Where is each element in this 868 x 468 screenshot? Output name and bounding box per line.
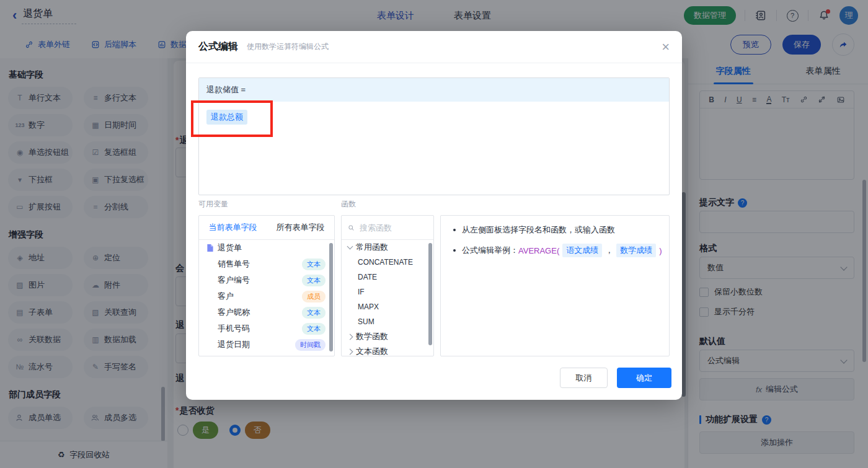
example-chip: 数学成绩 — [616, 244, 656, 257]
variables-label: 可用变量 — [198, 199, 228, 210]
function-item[interactable]: CONCATENATE — [342, 255, 433, 270]
variable-row[interactable]: 退货日期时间戳 — [199, 337, 334, 353]
modal-header: 公式编辑 使用数学运算符编辑公式 × — [186, 31, 682, 63]
form-tree-root[interactable]: 退货单 — [199, 240, 334, 256]
variable-name: 销售单号 — [218, 258, 250, 270]
formula-editor-box[interactable]: 退款储值 = 退款总额 — [198, 77, 670, 195]
group-label: 文本函数 — [356, 346, 388, 356]
modal-subtitle: 使用数学运算符编辑公式 — [247, 42, 329, 52]
tip-line-1: 从左侧面板选择字段名和函数，或输入函数 — [451, 224, 659, 236]
chevron-right-icon — [347, 333, 353, 340]
type-badge: 文本 — [302, 275, 326, 286]
variables-tabs: 当前表单字段 所有表单字段 — [199, 216, 334, 240]
formula-field-chip[interactable]: 退款总额 — [206, 110, 247, 125]
tab-all-form-fields[interactable]: 所有表单字段 — [267, 216, 334, 239]
chevron-right-icon — [347, 348, 353, 355]
tab-current-form-fields[interactable]: 当前表单字段 — [199, 216, 267, 239]
tips-panel: 从左侧面板选择字段名和函数，或输入函数 公式编辑举例：AVERAGE(语文成绩，… — [440, 215, 670, 356]
variable-row[interactable]: 客户编号文本 — [199, 272, 334, 288]
type-badge: 文本 — [302, 258, 326, 270]
confirm-button[interactable]: 确定 — [617, 368, 671, 388]
variables-scrollbar[interactable] — [329, 243, 333, 351]
example-function-open: AVERAGE( — [518, 246, 559, 255]
type-badge: 成员 — [302, 291, 326, 302]
function-item[interactable]: DATE — [342, 270, 433, 285]
formula-edit-modal: 公式编辑 使用数学运算符编辑公式 × 退款储值 = 退款总额 可用变量 函数 当… — [186, 31, 682, 400]
formula-target-label: 退款储值 = — [206, 84, 246, 95]
variable-name: 客户编号 — [218, 275, 250, 286]
example-chip: 语文成绩 — [562, 244, 602, 257]
cancel-button[interactable]: 取消 — [560, 368, 608, 388]
variable-row[interactable]: 客户昵称文本 — [199, 304, 334, 320]
modal-title: 公式编辑 — [198, 40, 238, 53]
function-search-input[interactable] — [358, 223, 427, 233]
function-group-text[interactable]: 文本函数 — [342, 344, 433, 356]
function-group-math[interactable]: 数学函数 — [342, 329, 433, 344]
variable-name: 客户昵称 — [218, 307, 250, 318]
close-icon[interactable]: × — [662, 40, 670, 54]
type-badge: 文本 — [302, 307, 326, 319]
variable-row[interactable]: 客户成员 — [199, 288, 334, 304]
document-icon — [206, 244, 214, 252]
variable-row[interactable]: 销售单号文本 — [199, 256, 334, 272]
variable-name: 手机号码 — [218, 323, 250, 334]
group-label: 常用函数 — [356, 242, 388, 253]
function-item[interactable]: SUM — [342, 314, 433, 329]
variable-row[interactable]: 手机号码文本 — [199, 320, 334, 337]
group-label: 数学函数 — [356, 331, 388, 342]
variable-name: 退货日期 — [218, 339, 250, 350]
search-icon — [348, 224, 355, 232]
function-search[interactable] — [342, 216, 433, 240]
variables-panel: 当前表单字段 所有表单字段 退货单 销售单号文本 客户编号文本 客户成员 客户昵… — [198, 215, 335, 356]
type-badge: 文本 — [302, 323, 326, 335]
function-group-common[interactable]: 常用函数 — [342, 240, 433, 255]
tip-line-2: 公式编辑举例：AVERAGE(语文成绩，数学成绩) — [451, 244, 659, 257]
type-badge: 时间戳 — [295, 339, 326, 351]
functions-label: 函数 — [341, 199, 356, 210]
example-function-close: ) — [659, 246, 662, 255]
form-tree-label: 退货单 — [218, 242, 242, 254]
formula-target-strip: 退款储值 = — [199, 78, 669, 102]
chevron-down-icon — [347, 244, 353, 250]
app-screen: ‹ 退货单 表单设计 表单设置 数据管理 ? 理 — [0, 0, 868, 468]
bullet-icon — [453, 229, 456, 231]
function-item[interactable]: MAPX — [342, 299, 433, 314]
bullet-icon — [453, 249, 456, 252]
functions-panel: 常用函数 CONCATENATE DATE IF MAPX SUM 数学函数 文… — [341, 215, 434, 356]
functions-scrollbar[interactable] — [428, 243, 432, 345]
function-item[interactable]: IF — [342, 285, 433, 299]
variable-name: 客户 — [218, 291, 234, 302]
